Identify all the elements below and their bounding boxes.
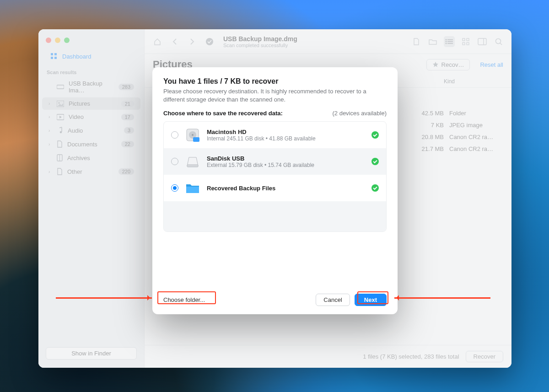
- recovery-destination-modal: You have 1 files / 7 KB to recover Pleas…: [152, 67, 398, 314]
- destination-option-macintosh-hd[interactable]: Macintosh HD Internal 245.11 GB disk • 4…: [164, 122, 386, 148]
- radio-icon[interactable]: [171, 131, 178, 139]
- destination-list: Macintosh HD Internal 245.11 GB disk • 4…: [163, 121, 387, 232]
- devices-note: (2 devices available): [332, 110, 387, 117]
- arrow-to-choose-folder: [56, 297, 152, 299]
- choose-label: Choose where to save the recovered data:: [163, 110, 283, 117]
- destination-name: Recovered Backup Files: [207, 185, 275, 192]
- radio-icon[interactable]: [171, 184, 178, 192]
- choose-folder-link[interactable]: Choose folder...: [163, 296, 205, 303]
- destination-meta: External 15.79 GB disk • 15.74 GB availa…: [207, 162, 314, 168]
- modal-footer: Choose folder... Cancel Next: [163, 287, 387, 306]
- radio-icon[interactable]: [171, 158, 178, 165]
- arrow-to-next: [394, 297, 490, 299]
- modal-title: You have 1 files / 7 KB to recover: [163, 77, 387, 86]
- destination-name: Macintosh HD: [207, 129, 316, 135]
- ok-status-icon: [371, 131, 379, 139]
- destination-extra-space: [164, 201, 386, 231]
- svg-point-28: [192, 134, 194, 136]
- ok-status-icon: [371, 158, 379, 165]
- internal-disk-icon: [185, 127, 200, 143]
- destination-option-sandisk-usb[interactable]: SanDisk USB External 15.79 GB disk • 15.…: [164, 148, 386, 175]
- svg-rect-30: [187, 165, 198, 167]
- cancel-button[interactable]: Cancel: [316, 294, 350, 306]
- folder-icon: [185, 180, 200, 196]
- next-button[interactable]: Next: [355, 294, 387, 306]
- destination-name: SanDisk USB: [207, 155, 314, 162]
- modal-description: Please choose recovery destination. It i…: [163, 87, 387, 103]
- destination-option-recovered-folder[interactable]: Recovered Backup Files: [164, 175, 386, 201]
- external-disk-icon: [185, 154, 200, 169]
- ok-status-icon: [371, 184, 379, 192]
- svg-rect-29: [193, 137, 199, 142]
- destination-meta: Internal 245.11 GB disk • 41.88 GB avail…: [207, 135, 316, 142]
